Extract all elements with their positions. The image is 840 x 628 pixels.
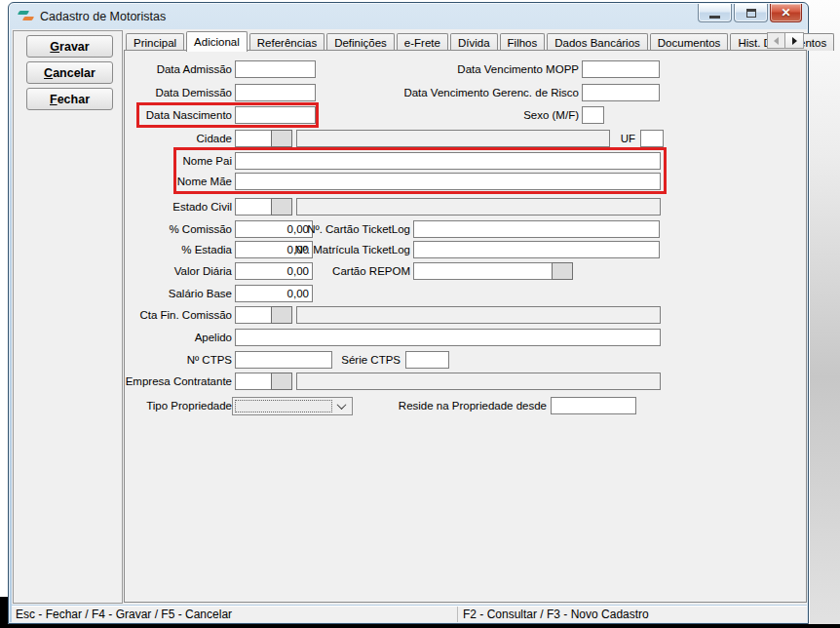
reside-desde-label: Reside na Propriedade desde — [320, 397, 547, 414]
sexo-field[interactable] — [582, 106, 604, 124]
tab-page-adicional: Data Admissão Data Vencimento MOPP Data … — [124, 50, 807, 603]
data-vencimento-mopp-field[interactable] — [582, 60, 660, 78]
serie-ctps-field[interactable] — [405, 351, 449, 369]
fechar-button[interactable]: Fechar — [26, 88, 113, 110]
apelido-label: Apelido — [125, 329, 232, 346]
cta-fin-comissao-lookup-button[interactable] — [271, 306, 292, 324]
matricula-ticketlog-field[interactable] — [413, 241, 660, 258]
cidade-lookup-button[interactable] — [271, 130, 292, 147]
nome-pai-field[interactable] — [235, 152, 661, 170]
gravar-button[interactable]: Gravar — [26, 35, 113, 58]
tab-referencias[interactable]: Referências — [249, 33, 325, 51]
empresa-contratante-name-field — [296, 373, 661, 390]
valor-diaria-label: Valor Diária — [125, 262, 232, 280]
tab-scroll-right-button[interactable] — [785, 32, 804, 49]
tab-adicional[interactable]: Adicional — [186, 31, 248, 52]
close-button[interactable]: ✕ — [770, 4, 802, 22]
estado-civil-lookup-button[interactable] — [271, 198, 292, 216]
uf-label: UF — [592, 130, 635, 147]
cartao-repom-label: Cartão REPOM — [222, 262, 410, 280]
cidade-label: Cidade — [125, 130, 232, 147]
close-icon: ✕ — [781, 7, 790, 19]
tab-dados-bancarios[interactable]: Dados Bancários — [547, 33, 648, 51]
empresa-contratante-lookup-button[interactable] — [271, 373, 292, 390]
statusbar-shortcuts-left: Esc - Fechar / F4 - Gravar / F5 - Cancel… — [12, 607, 458, 622]
statusbar: Esc - Fechar / F4 - Gravar / F5 - Cancel… — [12, 606, 807, 622]
app-logo-icon — [18, 9, 34, 23]
cadastro-motoristas-window: Cadastro de Motoristas ✕ Gravar Cancelar… — [8, 2, 809, 624]
tipo-propriedade-label: Tipo Propriedade — [125, 397, 232, 414]
tab-scroll — [767, 32, 804, 49]
desktop-backdrop-bottom — [0, 624, 840, 628]
minimize-button[interactable] — [698, 4, 732, 22]
minimize-icon — [709, 16, 720, 19]
reside-desde-field[interactable] — [551, 397, 636, 414]
apelido-field[interactable] — [235, 329, 661, 346]
data-admissao-field[interactable] — [235, 60, 316, 78]
tab-filhos[interactable]: Filhos — [500, 33, 546, 51]
salario-base-field[interactable] — [235, 285, 313, 302]
maximize-button[interactable] — [734, 4, 768, 22]
serie-ctps-label: Série CTPS — [271, 351, 401, 369]
tab-efrete[interactable]: e-Frete — [397, 33, 448, 51]
cta-fin-comissao-name-field — [296, 306, 661, 324]
cartao-ticketlog-label: Nº. Cartão TicketLog — [222, 220, 410, 238]
tab-scroll-right-icon — [792, 37, 797, 45]
cta-fin-comissao-label: Cta Fin. Comissão — [125, 306, 232, 324]
maximize-icon — [746, 9, 756, 18]
matricula-ticketlog-label: Nº. Matrícula TicketLog — [222, 241, 410, 258]
tab-definicoes[interactable]: Definições — [326, 33, 395, 51]
tab-bar: Principal Adicional Referências Definiçõ… — [126, 31, 807, 51]
cartao-repom-lookup-button[interactable] — [552, 262, 573, 280]
estadia-label: % Estadia — [125, 241, 232, 258]
estado-civil-label: Estado Civil — [125, 198, 232, 216]
data-demissao-label: Data Demissão — [125, 84, 232, 101]
tab-divida[interactable]: Dívida — [450, 33, 498, 51]
empresa-contratante-label: Empresa Contratante — [125, 373, 232, 390]
combobox-focus-rect — [235, 400, 332, 412]
nome-pai-label: Nome Pai — [125, 152, 232, 170]
cartao-ticketlog-field[interactable] — [413, 220, 660, 238]
estado-civil-name-field — [296, 198, 661, 216]
nome-mae-field[interactable] — [235, 173, 661, 190]
tab-control: Principal Adicional Referências Definiçõ… — [124, 29, 807, 605]
cancelar-button[interactable]: Cancelar — [26, 61, 113, 84]
window-title: Cadastro de Motoristas — [40, 10, 166, 23]
data-vencimento-gerenc-field[interactable] — [582, 84, 660, 101]
data-nascimento-label: Data Nascimento — [125, 106, 232, 124]
window-body: Gravar Cancelar Fechar Principal Adicion… — [12, 29, 807, 605]
n-ctps-label: Nº CTPS — [125, 351, 232, 369]
desktop-backdrop-right — [810, 0, 840, 628]
tab-principal[interactable]: Principal — [126, 33, 184, 51]
titlebar[interactable]: Cadastro de Motoristas ✕ — [9, 3, 808, 29]
salario-base-label: Salário Base — [125, 285, 232, 302]
data-nascimento-field[interactable] — [235, 106, 316, 124]
data-demissao-field[interactable] — [235, 84, 316, 101]
tab-documentos[interactable]: Documentos — [650, 33, 729, 51]
uf-field[interactable] — [640, 130, 664, 147]
estado-civil-code-field[interactable] — [235, 198, 272, 216]
nome-mae-label: Nome Mãe — [125, 173, 232, 190]
cartao-repom-field[interactable] — [413, 262, 553, 280]
cta-fin-comissao-code-field[interactable] — [235, 306, 272, 324]
sexo-label: Sexo (M/F) — [320, 106, 579, 124]
statusbar-shortcuts-right: F2 - Consultar / F3 - Novo Cadastro — [458, 607, 649, 622]
data-vencimento-gerenc-label: Data Vencimento Gerenc. de Risco — [320, 84, 579, 101]
data-vencimento-mopp-label: Data Vencimento MOPP — [320, 60, 579, 78]
cidade-name-field — [296, 130, 610, 147]
tab-scroll-left-button[interactable] — [767, 32, 785, 49]
cidade-code-field[interactable] — [235, 130, 272, 147]
action-sidebar: Gravar Cancelar Fechar — [13, 30, 123, 604]
empresa-contratante-code-field[interactable] — [235, 373, 272, 390]
tab-scroll-left-icon — [774, 37, 779, 45]
data-admissao-label: Data Admissão — [125, 60, 232, 78]
comissao-label: % Comissão — [125, 220, 232, 238]
